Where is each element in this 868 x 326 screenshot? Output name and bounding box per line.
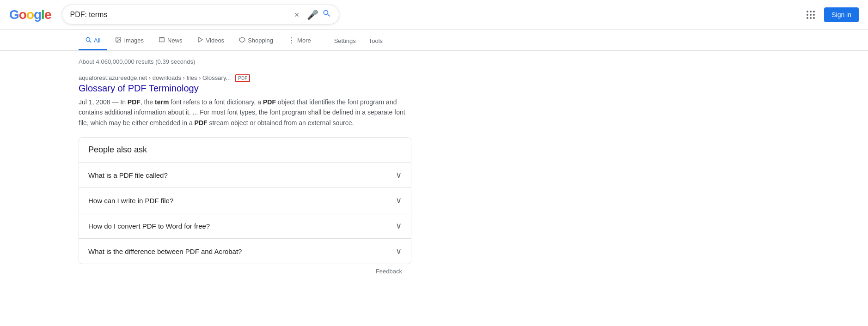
tab-videos[interactable]: Videos: [191, 32, 231, 50]
paa-question-1: How can I write in PDF file?: [88, 197, 173, 205]
paa-item-0[interactable]: What is a PDF file called? ∨: [79, 162, 411, 187]
svg-marker-7: [199, 37, 202, 42]
tab-news-label: News: [167, 37, 183, 44]
header: Google × 🎤 Sign in: [0, 0, 868, 30]
chevron-down-icon-1: ∨: [396, 195, 402, 205]
google-logo[interactable]: Google: [9, 7, 51, 22]
tab-shopping-label: Shopping: [248, 37, 273, 44]
breadcrumb-text: aquaforest.azureedge.net › downloads › f…: [79, 74, 231, 81]
all-icon: [85, 36, 92, 44]
paa-item-1[interactable]: How can I write in PDF file? ∨: [79, 187, 411, 213]
people-also-ask: People also ask What is a PDF file calle…: [79, 137, 411, 264]
paa-question-2: How do I convert PDF to Word for free?: [88, 222, 210, 230]
svg-line-1: [90, 41, 91, 42]
tab-more[interactable]: ⋮ More: [281, 31, 318, 50]
header-right: Sign in: [803, 7, 859, 23]
pdf-badge-wrapper: PDF: [232, 74, 250, 81]
tab-shopping[interactable]: Shopping: [232, 32, 280, 50]
tab-images-label: Images: [124, 37, 144, 44]
feedback-text[interactable]: Feedback: [79, 268, 411, 275]
tab-images[interactable]: Images: [109, 32, 150, 50]
apps-dot: [810, 14, 812, 16]
images-icon: [115, 36, 122, 44]
paa-question-3: What is the difference between PDF and A…: [88, 248, 242, 255]
main-content: About 4,060,000,000 results (0.39 second…: [0, 51, 416, 275]
result-breadcrumb: aquaforest.azureedge.net › downloads › f…: [79, 74, 416, 81]
apps-dot: [810, 11, 812, 12]
shopping-icon: [239, 36, 245, 44]
voice-icon[interactable]: 🎤: [307, 9, 318, 20]
search-result: aquaforest.azureedge.net › downloads › f…: [79, 74, 416, 128]
settings-button[interactable]: Settings: [329, 33, 361, 49]
nav-tabs: All Images News Videos Shopping ⋮ More S…: [0, 30, 868, 51]
pdf-badge: PDF: [235, 74, 250, 82]
paa-question-0: What is a PDF file called?: [88, 171, 168, 179]
videos-icon: [197, 36, 204, 44]
svg-point-3: [117, 38, 118, 39]
search-input[interactable]: [70, 11, 290, 19]
divider: [303, 9, 303, 20]
tab-all-label: All: [94, 37, 100, 44]
apps-menu-button[interactable]: [803, 7, 819, 23]
tools-button[interactable]: Tools: [363, 33, 388, 49]
svg-marker-8: [239, 37, 245, 42]
chevron-down-icon-3: ∨: [396, 246, 402, 256]
apps-dot: [807, 14, 808, 16]
clear-button[interactable]: ×: [294, 11, 300, 19]
apps-dot: [807, 17, 808, 19]
tab-videos-label: Videos: [206, 37, 225, 44]
apps-dot: [813, 17, 815, 19]
apps-dot: [810, 17, 812, 19]
search-button[interactable]: [322, 9, 331, 20]
nav-right: Settings Tools: [329, 33, 388, 49]
search-bar: × 🎤: [62, 5, 339, 24]
apps-dot: [813, 11, 815, 12]
paa-item-2[interactable]: How do I convert PDF to Word for free? ∨: [79, 213, 411, 238]
result-snippet: Jul 1, 2008 — In PDF, the term font refe…: [79, 97, 411, 128]
sign-in-button[interactable]: Sign in: [824, 7, 859, 22]
tab-news[interactable]: News: [152, 32, 189, 50]
tab-more-label: More: [297, 37, 311, 44]
apps-dot: [807, 11, 808, 12]
result-title[interactable]: Glossary of PDF Terminology: [79, 82, 416, 94]
chevron-down-icon-2: ∨: [396, 221, 402, 231]
paa-item-3[interactable]: What is the difference between PDF and A…: [79, 238, 411, 264]
apps-dot: [813, 14, 815, 16]
chevron-down-icon-0: ∨: [396, 170, 402, 180]
tab-all[interactable]: All: [79, 32, 107, 50]
paa-title: People also ask: [79, 138, 411, 162]
svg-rect-4: [159, 37, 165, 42]
results-count: About 4,060,000,000 results (0.39 second…: [79, 58, 416, 65]
more-icon: ⋮: [288, 36, 295, 44]
news-icon: [159, 36, 165, 44]
